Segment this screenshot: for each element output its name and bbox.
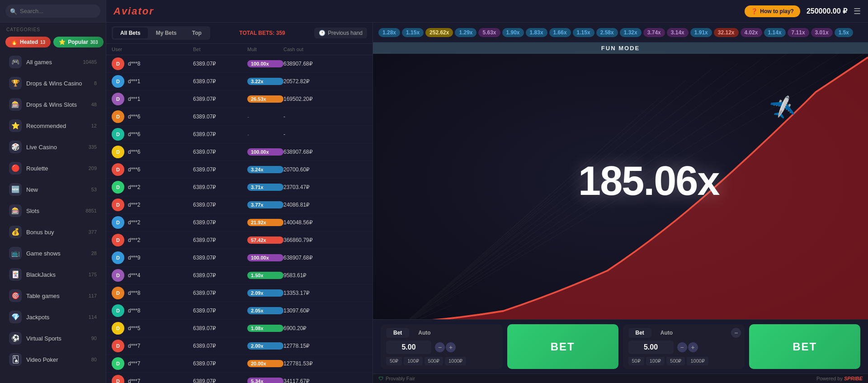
multiplier-chip[interactable]: 4.02x [741,28,762,37]
search-input[interactable] [5,5,100,18]
main-content: Aviator ❓ How to play? 250000.00 ₽ ☰ All… [106,0,868,383]
multiplier-chip[interactable]: 1.14x [764,28,786,37]
multiplier-chip[interactable]: 2.58x [596,28,618,37]
multiplier-chip[interactable]: 1.15x [573,28,594,37]
table-row: D d***8 6389.07₽ 2.09x 13353.17₽ [106,284,373,302]
bet-panel-2-tab-bet[interactable]: Bet [628,328,651,338]
bet-action-button-1[interactable]: BET [507,324,618,369]
multiplier-chip[interactable]: 3.74x [643,28,665,37]
sidebar-count-12: 114 [89,314,97,320]
sidebar-item-all-games[interactable]: 🎮 All games 10485 [3,52,103,72]
multiplier-chip[interactable]: 1.83x [526,28,547,37]
bet-action-button-2[interactable]: BET [749,324,860,369]
sidebar-item-drops-&-wins-slots[interactable]: 🎰 Drops & Wins Slots 48 [3,94,103,115]
search-icon: 🔍 [10,8,17,14]
prev-hand-button[interactable]: 🕐 Previous hand [314,28,367,38]
col-bet: Bet [193,47,247,52]
multiplier-chip[interactable]: 252.62x [425,28,453,37]
bet-panel-1-tab-auto[interactable]: Auto [411,328,438,338]
bet-panel-1-amount-input[interactable] [386,340,431,354]
multiplier-chip[interactable]: 3.14x [667,28,689,37]
bet-panel-2-plus-btn[interactable]: + [688,342,698,352]
heated-filter[interactable]: 🔥 Heated 13 [5,37,51,47]
sidebar-item-roulette[interactable]: 🔴 Roulette 209 [3,158,103,179]
multiplier-chip[interactable]: 1.29x [455,28,476,37]
sidebar-item-recommended[interactable]: ⭐ Recommended 12 [3,115,103,136]
multiplier-chip[interactable]: 3.01x [811,28,833,37]
sidebar-item-table-games[interactable]: 🎯 Table games 117 [3,285,103,306]
bet-panel-1-tab-bet[interactable]: Bet [386,328,409,338]
sidebar-item-slots[interactable]: 🎰 Slots 8851 [3,200,103,221]
bets-table-header: User Bet Mult Cash out [106,44,373,55]
sidebar-item-drops-&-wins-casino[interactable]: 🏆 Drops & Wins Casino 8 [3,73,103,94]
user-cell: D d***7 [112,357,193,370]
bet-amount: 6389.07₽ [193,325,247,331]
table-row: D d***7 6389.07₽ 5.34x 34117.67₽ [106,373,373,383]
bets-header: All Bets My Bets Top TOTAL BETS: 359 🕐 P… [106,23,373,44]
sidebar-item-jackpots[interactable]: 💎 Jackpots 114 [3,307,103,327]
sidebar-item-live-casino[interactable]: 🎲 Live Casino 335 [3,137,103,157]
qa-100-btn-1[interactable]: 100₽ [404,357,422,365]
username: d***6 [128,166,140,173]
avatar: D [112,216,124,229]
bet-amount: 6389.07₽ [193,113,247,120]
multiplier-chip[interactable]: 1.15x [402,28,424,37]
qa-100-btn-2[interactable]: 100₽ [646,357,665,365]
user-cell: D d***2 [112,199,193,211]
bet-panel-2-tab-auto[interactable]: Auto [653,328,680,338]
username: d***6 [128,149,140,155]
multiplier-chip[interactable]: 5.63x [478,28,500,37]
multiplier-display: 185.06x [578,158,719,204]
table-row: D d***8 6389.07₽ 2.05x 13097.60₽ [106,302,373,320]
username: d***6 [128,113,140,120]
multiplier-chip[interactable]: 7.11x [788,28,809,37]
bet-panel-1-plus-btn[interactable]: + [446,342,456,352]
qa-50-btn-1[interactable]: 50₽ [386,357,402,365]
username: d***6 [128,131,140,137]
sidebar-item-game-shows[interactable]: 📺 Game shows 28 [3,243,103,264]
bet-amount: 6389.07₽ [193,131,247,137]
sidebar-item-blackjacks[interactable]: 🃏 BlackJacks 175 [3,264,103,285]
user-cell: D d***2 [112,181,193,194]
qa-50-btn-2[interactable]: 50₽ [628,357,644,365]
multiplier-chip[interactable]: 1.5x [835,28,853,37]
how-to-play-button[interactable]: ❓ How to play? [745,5,800,17]
sidebar-count-10: 175 [89,272,97,277]
sidebar-item-bonus-buy[interactable]: 💰 Bonus buy 377 [3,222,103,242]
sidebar-count-6: 53 [91,187,97,192]
username: d***2 [128,184,140,190]
multiplier-chip[interactable]: 1.91x [690,28,712,37]
sidebar-item-video-poker[interactable]: 🂡 Video Poker 80 [3,349,103,370]
multiplier-chip[interactable]: 32.12x [714,28,739,37]
bet-panel-1-minus-btn[interactable]: − [435,342,445,352]
panel-2-close-button[interactable]: − [731,328,741,338]
qa-500-btn-1[interactable]: 500₽ [425,357,443,365]
username: d***7 [128,378,140,383]
sidebar-count-5: 209 [89,165,97,171]
qa-1000-btn-2[interactable]: 1000₽ [687,357,708,365]
tab-my-bets[interactable]: My Bets [149,28,184,38]
sidebar-item-virtual-sports[interactable]: ⚽ Virtual Sports 90 [3,328,103,349]
multiplier-chip[interactable]: 1.90x [502,28,524,37]
multiplier-chip[interactable]: 1.32x [620,28,642,37]
table-row: D d***1 6389.07₽ 26.53x 169502.20₽ [106,90,373,108]
mult-badge: 3.77x [247,201,283,208]
popular-filter[interactable]: ⭐ Popular 303 [53,37,103,47]
qa-500-btn-2[interactable]: 500₽ [666,357,685,365]
qa-1000-btn-1[interactable]: 1000₽ [445,357,466,365]
tab-all-bets[interactable]: All Bets [113,28,148,38]
bet-panel-2-minus-btn[interactable]: − [677,342,687,352]
user-cell: D d***8 [112,57,193,70]
multiplier-chip[interactable]: 1.66x [549,28,571,37]
tab-top[interactable]: Top [185,28,209,38]
sidebar-item-new[interactable]: 🆕 New 53 [3,179,103,200]
table-row: D d***6 6389.07₽ - - [106,108,373,126]
sidebar-label-6: New [26,186,91,193]
username: d***8 [128,290,140,296]
bet-panel-2-amount-input[interactable] [628,340,674,354]
menu-button[interactable]: ☰ [854,6,861,16]
username: d***5 [128,325,140,331]
multiplier-chip[interactable]: 1.28x [378,28,400,37]
sidebar-label-4: Live Casino [26,144,89,151]
mult-badge: 100.00x [247,254,283,261]
